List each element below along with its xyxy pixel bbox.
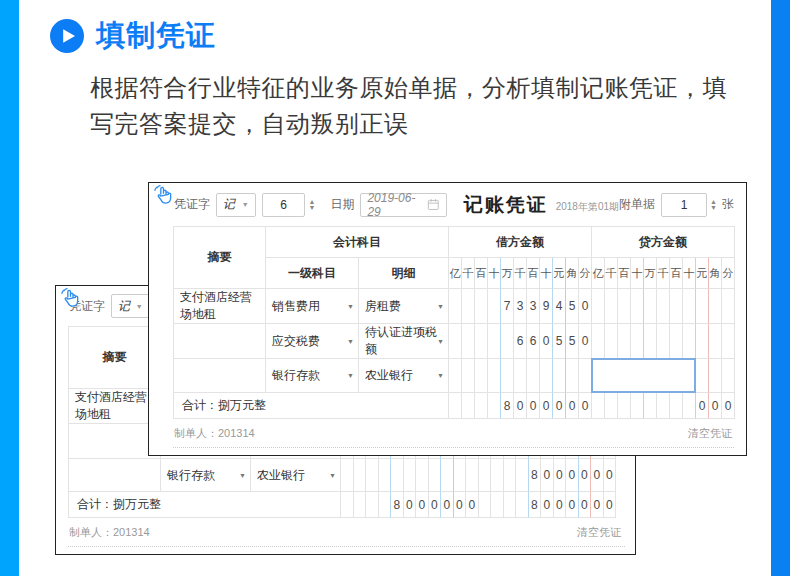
amount-digit-cell[interactable] <box>475 289 488 324</box>
clear-voucher-button[interactable]: 清空凭证 <box>688 426 732 441</box>
amount-digit-cell[interactable] <box>657 324 670 359</box>
amount-digit-cell[interactable]: 3 <box>527 289 540 324</box>
amount-digit-cell[interactable]: 0 <box>579 459 592 492</box>
amount-digit-cell[interactable] <box>501 359 514 393</box>
subject-select[interactable]: 银行存款▼ <box>266 359 359 393</box>
amount-digit-cell[interactable]: 5 <box>553 324 566 359</box>
stepper-down-icon[interactable]: ▼ <box>710 205 717 211</box>
amount-digit-cell[interactable] <box>722 324 735 359</box>
amount-digit-cell[interactable] <box>722 359 735 393</box>
amount-digit-cell[interactable]: 0 <box>540 324 553 359</box>
amount-digit-cell[interactable] <box>488 324 501 359</box>
credit-amount-input[interactable] <box>591 358 696 393</box>
date-input[interactable]: 2019-06-29 <box>360 193 446 217</box>
amount-digit-cell[interactable] <box>618 289 631 324</box>
amount-digit-cell[interactable] <box>592 324 605 359</box>
summary-cell[interactable] <box>174 359 266 393</box>
amount-digit-cell[interactable] <box>527 359 540 393</box>
amount-digit-cell[interactable]: 0 <box>579 324 592 359</box>
amount-digit-cell[interactable]: 0 <box>604 459 617 492</box>
amount-digit-cell[interactable] <box>366 459 379 492</box>
amount-digit-cell[interactable] <box>709 359 722 393</box>
amount-digit-cell[interactable] <box>709 324 722 359</box>
amount-digit-cell[interactable]: 4 <box>553 289 566 324</box>
amount-digit-cell[interactable] <box>553 359 566 393</box>
amount-digit-cell[interactable]: 0 <box>591 459 604 492</box>
voucher-number-stepper[interactable]: ▲▼ <box>308 199 315 211</box>
voucher-number-input[interactable]: 6 <box>262 193 306 217</box>
amount-digit-cell[interactable] <box>540 359 553 393</box>
amount-digit-cell[interactable] <box>504 459 517 492</box>
amount-digit-cell[interactable]: 6 <box>514 324 527 359</box>
amount-digit-cell[interactable] <box>462 359 475 393</box>
amount-digit-cell[interactable] <box>475 324 488 359</box>
amount-digit-cell[interactable] <box>644 289 657 324</box>
amount-digit-cell[interactable] <box>466 459 479 492</box>
amount-digit-cell[interactable] <box>696 359 709 393</box>
amount-digit-cell[interactable] <box>592 289 605 324</box>
amount-digit-cell[interactable] <box>683 324 696 359</box>
amount-digit-cell[interactable] <box>618 324 631 359</box>
amount-digit-cell[interactable] <box>416 459 429 492</box>
amount-digit-cell[interactable]: 7 <box>501 289 514 324</box>
amount-digit-cell[interactable] <box>429 459 442 492</box>
amount-digit-cell[interactable]: 0 <box>554 459 567 492</box>
amount-digit-cell[interactable]: 8 <box>529 459 542 492</box>
amount-digit-cell[interactable] <box>605 324 618 359</box>
amount-digit-cell[interactable] <box>341 459 354 492</box>
amount-digit-cell[interactable] <box>491 459 504 492</box>
amount-digit-cell[interactable] <box>722 289 735 324</box>
attachment-stepper[interactable]: ▲▼ <box>710 199 717 211</box>
amount-digit-cell[interactable] <box>449 324 462 359</box>
amount-digit-cell[interactable] <box>657 289 670 324</box>
amount-digit-cell[interactable] <box>454 459 467 492</box>
summary-cell[interactable] <box>174 324 266 359</box>
amount-digit-cell[interactable]: 3 <box>514 289 527 324</box>
amount-digit-cell[interactable] <box>516 459 529 492</box>
amount-digit-cell[interactable] <box>605 289 618 324</box>
amount-digit-cell[interactable]: 6 <box>527 324 540 359</box>
amount-digit-cell[interactable] <box>566 359 579 393</box>
subject-select[interactable]: 银行存款▼ <box>161 459 251 492</box>
amount-digit-cell[interactable]: 0 <box>541 459 554 492</box>
stepper-down-icon[interactable]: ▼ <box>308 205 315 211</box>
amount-digit-cell[interactable] <box>631 324 644 359</box>
detail-select[interactable]: 农业银行▼ <box>251 459 341 492</box>
detail-select[interactable]: 房租费▼ <box>359 289 449 324</box>
amount-digit-cell[interactable] <box>644 324 657 359</box>
amount-digit-cell[interactable] <box>631 289 644 324</box>
amount-digit-cell[interactable]: 0 <box>566 459 579 492</box>
amount-digit-cell[interactable] <box>488 289 501 324</box>
amount-digit-cell[interactable] <box>354 459 367 492</box>
amount-digit-cell[interactable] <box>475 359 488 393</box>
clear-voucher-button[interactable]: 清空凭证 <box>577 525 621 540</box>
voucher-word-select[interactable]: 记▼ <box>216 193 256 217</box>
amount-digit-cell[interactable] <box>683 289 696 324</box>
amount-digit-cell[interactable] <box>441 459 454 492</box>
amount-digit-cell[interactable] <box>391 459 404 492</box>
amount-digit-cell[interactable] <box>696 289 709 324</box>
amount-digit-cell[interactable] <box>449 289 462 324</box>
summary-cell[interactable] <box>69 459 161 492</box>
amount-digit-cell[interactable]: 0 <box>579 289 592 324</box>
summary-cell[interactable]: 支付酒店经营场地租 <box>174 289 266 324</box>
amount-digit-cell[interactable] <box>488 359 501 393</box>
subject-select[interactable]: 销售费用▼ <box>266 289 359 324</box>
detail-select[interactable]: 待认证进项税额▼ <box>359 324 449 359</box>
subject-select[interactable]: 应交税费▼ <box>266 324 359 359</box>
amount-digit-cell[interactable]: 5 <box>566 324 579 359</box>
amount-digit-cell[interactable] <box>462 324 475 359</box>
amount-digit-cell[interactable] <box>449 359 462 393</box>
amount-digit-cell[interactable] <box>670 324 683 359</box>
amount-digit-cell[interactable] <box>379 459 392 492</box>
amount-digit-cell[interactable] <box>514 359 527 393</box>
amount-digit-cell[interactable] <box>696 324 709 359</box>
voucher-word-select[interactable]: 记▼ <box>111 294 150 318</box>
amount-digit-cell[interactable] <box>501 324 514 359</box>
amount-digit-cell[interactable] <box>462 289 475 324</box>
amount-digit-cell[interactable] <box>404 459 417 492</box>
amount-digit-cell[interactable]: 5 <box>566 289 579 324</box>
amount-digit-cell[interactable]: 9 <box>540 289 553 324</box>
amount-digit-cell[interactable] <box>670 289 683 324</box>
amount-digit-cell[interactable] <box>709 289 722 324</box>
